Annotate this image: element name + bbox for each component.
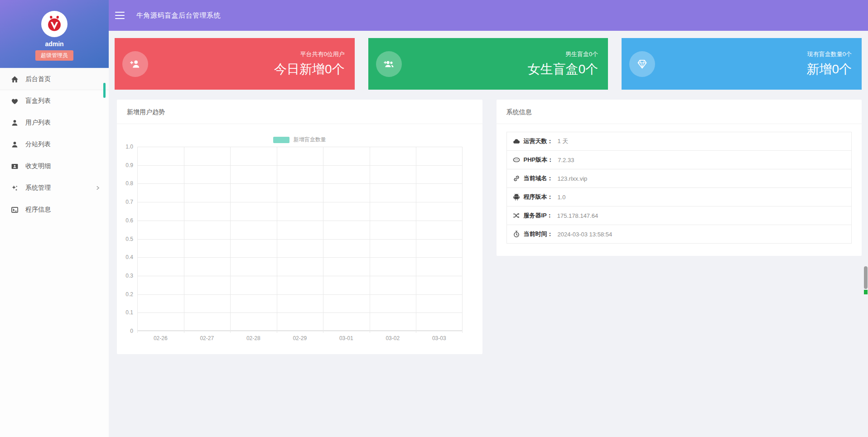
page-scrollbar-marker[interactable] [864, 290, 868, 294]
chart-gridline-h [137, 276, 463, 276]
chart-x-tick-label: 03-03 [416, 335, 463, 341]
sidebar-item-blindbox-list[interactable]: 盲盒列表 [0, 90, 109, 112]
system-info-value: 7.2.33 [558, 157, 574, 163]
chart-gridline-h [137, 239, 463, 240]
user-add-icon [122, 51, 148, 77]
system-info-row-uptime: 运营天数：1 天 [507, 132, 852, 151]
sidebar-profile-header: admin 超级管理员 [0, 0, 109, 68]
system-info-label: 当前时间： [524, 230, 553, 238]
sidebar-item-program-info[interactable]: 程序信息 [0, 199, 109, 221]
chart-gridline-v [416, 147, 416, 333]
chart-gridline-v [277, 147, 277, 333]
chart-panel-title: 新增用户趋势 [117, 100, 482, 124]
main-area: 牛角源码盲盒后台管理系统 平台共有0位用户今日新增0个男生盲盒0个女生盲盒0个现… [109, 0, 868, 354]
chart-gridline-v [323, 147, 323, 333]
sidebar-item-label: 系统管理 [25, 184, 51, 192]
user-icon [11, 141, 19, 149]
system-info-row-server-ip: 服务器IP：175.178.147.64 [507, 206, 852, 225]
system-info-value: 175.178.147.64 [557, 212, 598, 219]
chart-y-tick-label: 0.3 [117, 273, 133, 279]
shuffle-icon [513, 212, 520, 219]
stat-card-subtitle: 现有盲盒数量0个 [806, 50, 852, 58]
chart-gridline-v [137, 147, 138, 333]
system-info-row-domain: 当前域名：123.rlxx.vip [507, 169, 852, 188]
sidebar: admin 超级管理员 后台首页盲盒列表用户列表分站列表收支明细系统管理程序信息 [0, 0, 109, 437]
chart-x-tick-label: 02-28 [230, 335, 277, 341]
chart-y-tick-label: 0.7 [117, 199, 133, 205]
sidebar-item-label: 分站列表 [25, 140, 51, 149]
chart-legend[interactable]: 新增盲盒数量 [117, 136, 482, 144]
content: 平台共有0位用户今日新增0个男生盲盒0个女生盲盒0个现有盲盒数量0个新增0个 新… [109, 31, 868, 354]
app-title: 牛角源码盲盒后台管理系统 [136, 11, 221, 20]
chart-gridline-v [462, 147, 463, 333]
stat-card-subtitle: 男生盲盒0个 [528, 50, 598, 58]
sidebar-scrollbar-thumb[interactable] [103, 83, 106, 98]
page-scrollbar-thumb[interactable] [864, 266, 868, 289]
system-info-value: 1 天 [558, 137, 569, 145]
system-info-row-app-version: 程序版本：1.0 [507, 188, 852, 206]
stat-card-users: 平台共有0位用户今日新增0个 [115, 38, 355, 90]
stat-card-value: 新增0个 [806, 61, 852, 78]
link-icon [513, 175, 520, 182]
chart-gridline-h [137, 294, 463, 295]
chart-gridline-h [137, 202, 463, 202]
chart-gridline-h [137, 312, 463, 313]
system-info-row-php-version: PHP版本：7.2.33 [507, 151, 852, 169]
bull-logo-icon [45, 15, 63, 33]
avatar [41, 11, 68, 37]
chart-y-tick-label: 0.1 [117, 309, 133, 316]
chart-y-tick-label: 0.8 [117, 180, 133, 187]
chart-y-tick-label: 0.9 [117, 162, 133, 168]
stat-card-value: 女生盲盒0个 [528, 61, 598, 78]
chart-gridline-v [184, 147, 184, 333]
panels-row: 新增用户趋势 新增盲盒数量 00.10.20.30.40.50.60.70.80… [117, 100, 862, 354]
sidebar-item-label: 收支明细 [25, 162, 51, 170]
terminal-icon [11, 206, 19, 214]
sidebar-item-label: 后台首页 [25, 75, 51, 83]
system-info-row-time: 当前时间：2024-03-03 13:58:54 [507, 225, 852, 244]
sidebar-item-user-list[interactable]: 用户列表 [0, 112, 109, 134]
system-info-value: 123.rlxx.vip [558, 175, 588, 182]
menu-toggle-icon[interactable] [115, 12, 125, 19]
card-icon [11, 163, 19, 170]
chevron-right-icon [95, 185, 101, 191]
chart-plot-area [137, 147, 463, 331]
system-info-value: 2024-03-03 13:58:54 [558, 231, 612, 238]
system-info-label: 当前域名： [524, 174, 553, 182]
chart-y-tick-label: 0 [117, 328, 133, 334]
chart-gridline-h [137, 221, 463, 221]
android-icon [513, 193, 520, 201]
system-info-title: 系统信息 [497, 100, 862, 124]
legend-swatch [273, 137, 289, 143]
chart-y-tick-label: 0.5 [117, 236, 133, 242]
diamond-icon [629, 51, 655, 77]
system-info-label: PHP版本： [524, 156, 554, 164]
sidebar-item-label: 用户列表 [25, 119, 51, 127]
cloud-icon [513, 138, 520, 145]
chart-x-tick-label: 02-27 [184, 335, 231, 341]
sparkles-icon [11, 184, 19, 192]
sidebar-menu: 后台首页盲盒列表用户列表分站列表收支明细系统管理程序信息 [0, 68, 109, 221]
chart-y-tick-label: 0.4 [117, 254, 133, 260]
user-icon [11, 119, 19, 127]
system-info-label: 程序版本： [524, 193, 553, 201]
chart-gridline-h [137, 183, 463, 184]
chart-x-axis-labels: 02-2602-2702-2802-2903-0103-0203-03 [137, 335, 463, 341]
system-info-label: 服务器IP： [524, 211, 553, 220]
chart-y-tick-label: 0.6 [117, 217, 133, 224]
username: admin [0, 40, 109, 48]
chart-y-tick-label: 1.0 [117, 144, 133, 150]
sidebar-item-finance-detail[interactable]: 收支明细 [0, 155, 109, 177]
heart-icon [11, 97, 19, 105]
stat-card-subtitle: 平台共有0位用户 [274, 50, 345, 58]
sidebar-item-substation-list[interactable]: 分站列表 [0, 134, 109, 155]
system-info-value: 1.0 [558, 194, 566, 201]
sidebar-item-dashboard[interactable]: 后台首页 [0, 68, 109, 90]
php-icon [513, 156, 520, 163]
line-chart: 新增盲盒数量 00.10.20.30.40.50.60.70.80.91.0 0… [117, 124, 482, 354]
sidebar-item-system-manage[interactable]: 系统管理 [0, 177, 109, 199]
legend-label: 新增盲盒数量 [294, 136, 326, 144]
home-icon [11, 76, 19, 83]
chart-x-tick-label: 02-26 [137, 335, 184, 341]
stat-card-value: 今日新增0个 [274, 61, 345, 78]
